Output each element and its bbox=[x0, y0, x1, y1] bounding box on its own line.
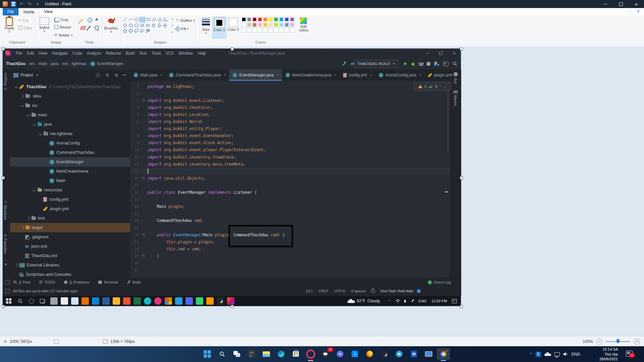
palette-color-#000000[interactable] bbox=[241, 17, 246, 22]
shape-triangle-icon[interactable] bbox=[157, 17, 163, 22]
menu-run[interactable]: Run bbox=[137, 51, 149, 56]
tab-close-icon[interactable]: × bbox=[160, 73, 162, 77]
palette-color-#ffaec9[interactable] bbox=[258, 22, 262, 27]
microphone-icon[interactable] bbox=[404, 300, 406, 303]
green-app-icon[interactable] bbox=[133, 297, 141, 305]
brushes-button[interactable]: Brushes▾ bbox=[103, 17, 119, 34]
menu-help[interactable]: Help bbox=[195, 51, 208, 56]
firefox-browser-icon[interactable] bbox=[206, 297, 214, 305]
tab-home[interactable]: Home bbox=[18, 8, 39, 16]
text-tool[interactable]: A bbox=[95, 17, 98, 21]
coverage-icon[interactable] bbox=[419, 61, 424, 66]
palette-color-#ed1c24[interactable] bbox=[258, 17, 262, 22]
code-line-18[interactable]: 18 Main plugin; bbox=[130, 203, 450, 210]
paint-minimize-button[interactable] bbox=[598, 0, 613, 8]
code-line-10[interactable]: 10import org.bukkit.event.player.PlayerI… bbox=[130, 146, 450, 154]
chevron-right-icon[interactable] bbox=[20, 226, 24, 229]
crop-button[interactable]: Crop bbox=[54, 17, 68, 22]
palette-empty-slot[interactable] bbox=[252, 28, 257, 33]
paint-canvas-workspace[interactable]: IJ FileEditViewNavigateCodeAnalyzeRefact… bbox=[0, 46, 644, 336]
menu-tools[interactable]: Tools bbox=[149, 51, 163, 56]
palette-color-#880015[interactable] bbox=[252, 17, 257, 22]
code-line-9[interactable]: 9import org.bukkit.event.block.Action; bbox=[130, 139, 450, 146]
screenshot-search-icon[interactable] bbox=[17, 298, 23, 304]
chevron-down-icon[interactable] bbox=[32, 122, 36, 126]
caret-position[interactable]: 13:1 bbox=[306, 289, 313, 293]
statusbar-access-icon[interactable] bbox=[5, 289, 10, 293]
menu-edit[interactable]: Edit bbox=[24, 51, 36, 56]
tree-row-.gitignore[interactable]: .gitignore bbox=[10, 232, 141, 242]
palette-empty-slot[interactable] bbox=[274, 28, 278, 33]
shape-arrow-right-icon[interactable] bbox=[139, 23, 145, 28]
shape-ellipse-icon[interactable] bbox=[133, 17, 139, 22]
selection-handle[interactable] bbox=[231, 48, 234, 51]
tree-row-main[interactable]: main bbox=[10, 110, 147, 120]
intellij-app-icon[interactable] bbox=[227, 297, 234, 305]
selection-handle[interactable] bbox=[460, 48, 463, 51]
shape-polygon-icon[interactable] bbox=[151, 17, 157, 22]
locate-icon[interactable] bbox=[96, 73, 100, 77]
palette-empty-slot[interactable] bbox=[284, 28, 289, 33]
ribbon-collapse-icon[interactable]: ⌃ bbox=[629, 10, 631, 14]
whatsapp-app-icon[interactable] bbox=[196, 297, 203, 305]
teal-ring-app-icon[interactable] bbox=[144, 297, 151, 305]
code-line-19[interactable]: 19 bbox=[130, 210, 450, 217]
code-line-25[interactable]: 25 } bbox=[130, 252, 450, 259]
messenger-app[interactable] bbox=[333, 348, 347, 360]
selection-handle[interactable] bbox=[460, 305, 463, 308]
discord-app[interactable]: 8 bbox=[319, 348, 332, 360]
dark-moon-app-icon[interactable] bbox=[217, 297, 224, 305]
redo-icon[interactable]: ↷ bbox=[27, 1, 32, 7]
edge-browser[interactable] bbox=[274, 348, 288, 360]
code-line-13[interactable]: 13 bbox=[130, 168, 450, 175]
code-line-26[interactable]: 26 bbox=[130, 260, 450, 267]
color1-button[interactable]: Color 1 bbox=[213, 17, 226, 38]
chevron-right-icon[interactable] bbox=[26, 216, 30, 220]
pen-icon[interactable] bbox=[411, 299, 415, 303]
menu-view[interactable]: View bbox=[36, 51, 50, 56]
palette-color-#7092be[interactable] bbox=[284, 22, 289, 27]
select-button[interactable]: Select▾ bbox=[37, 17, 52, 33]
palette-color-#ff7f27[interactable] bbox=[263, 17, 268, 22]
shape-diamond-icon[interactable] bbox=[122, 23, 128, 28]
start-button[interactable] bbox=[201, 348, 214, 360]
ime-icon[interactable]: E bbox=[536, 352, 541, 357]
palette-color-#a349a4[interactable] bbox=[290, 17, 294, 22]
sidebar-item-favorites[interactable]: 2: Favorites bbox=[3, 234, 7, 255]
palette-color-#fff200[interactable] bbox=[268, 17, 273, 22]
opera-gx-browser[interactable] bbox=[378, 348, 391, 360]
code-line-27[interactable]: 27 bbox=[130, 267, 450, 274]
palette-color-#ffffff[interactable] bbox=[241, 22, 246, 27]
tab-close-icon[interactable]: × bbox=[455, 73, 457, 77]
code-editor[interactable]: 1package me.lightmax;23import org.bukkit… bbox=[130, 81, 450, 296]
shape-pentagon-icon[interactable] bbox=[128, 23, 133, 28]
shape-rect-icon[interactable] bbox=[139, 17, 146, 23]
palette-color-#b97a57[interactable] bbox=[252, 22, 257, 27]
code-line-5[interactable]: 5import org.bukkit.Location; bbox=[130, 111, 450, 118]
rotate-button[interactable]: ⟳Rotate▾ bbox=[54, 33, 72, 37]
menu-build[interactable]: Build bbox=[123, 51, 137, 56]
indent-setting[interactable]: 4 spaces bbox=[351, 289, 366, 293]
editor-tab-config.yml[interactable]: YMLconfig.yml× bbox=[340, 69, 375, 81]
line-separator[interactable]: CRLF bbox=[319, 289, 329, 293]
file-explorer-icon[interactable] bbox=[113, 297, 120, 305]
palette-color-#c3c3c3[interactable] bbox=[247, 22, 252, 27]
tray-chevron-icon[interactable]: ⌃ bbox=[388, 299, 391, 303]
fold-marker-icon[interactable] bbox=[142, 99, 145, 102]
telegram-app[interactable] bbox=[392, 348, 406, 360]
code-line-12[interactable]: 12import org.bukkit.inventory.meta.ItemM… bbox=[130, 161, 450, 168]
palette-empty-slot[interactable] bbox=[279, 28, 284, 33]
tab-close-icon[interactable]: × bbox=[223, 73, 226, 77]
paste-button[interactable]: Paste▾ bbox=[3, 17, 16, 34]
sidebar-item-structure[interactable]: 7: Structure bbox=[3, 201, 7, 221]
tool-window-terminal[interactable]: Terminal bbox=[98, 280, 118, 284]
shape-right-triangle-icon[interactable] bbox=[163, 17, 168, 22]
shape-callout-cloud-icon[interactable] bbox=[145, 28, 151, 34]
onedrive-icon[interactable] bbox=[544, 352, 551, 356]
palette-color-#ffc90e[interactable] bbox=[263, 22, 268, 27]
qat-customize-icon[interactable]: ▾ bbox=[35, 1, 40, 7]
notepad-app[interactable] bbox=[245, 348, 258, 360]
microsoft-app-icon[interactable] bbox=[165, 297, 172, 305]
palette-color-#b5e61d[interactable] bbox=[274, 22, 278, 27]
paint-close-button[interactable]: × bbox=[629, 0, 644, 8]
